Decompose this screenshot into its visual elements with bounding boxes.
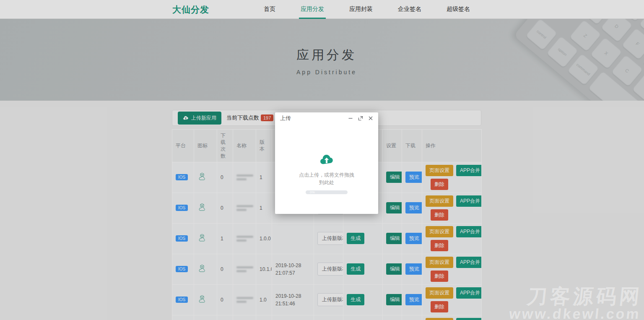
upload-modal: 上传 点击上传，或将文件拖拽 到此处 0% (275, 112, 378, 214)
close-icon[interactable] (368, 116, 373, 121)
upload-progress-bar: 0% (306, 190, 348, 194)
upload-modal-title: 上传 (280, 114, 291, 122)
upload-progress-text: 0% (306, 190, 348, 194)
maximize-icon[interactable] (358, 116, 363, 121)
dropzone-hint-line2: 到此处 (275, 179, 378, 186)
minimize-icon[interactable] (348, 116, 353, 121)
dropzone-hint-line1: 点击上传，或将文件拖拽 (275, 171, 378, 179)
upload-modal-body: 点击上传，或将文件拖拽 到此处 0% (275, 124, 378, 214)
upload-modal-titlebar: 上传 (275, 112, 378, 124)
cloud-upload-icon (319, 152, 334, 167)
upload-dropzone[interactable]: 点击上传，或将文件拖拽 到此处 0% (275, 152, 378, 194)
